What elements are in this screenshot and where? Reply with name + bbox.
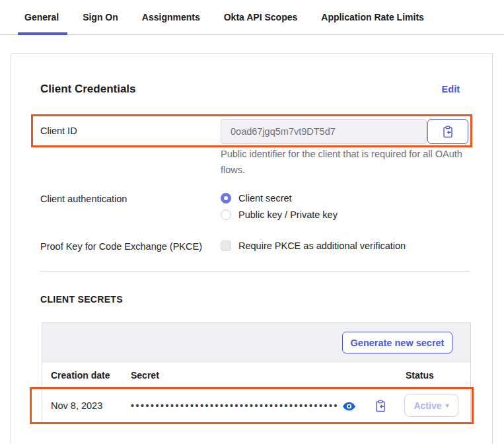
copy-client-id-button[interactable] bbox=[427, 119, 468, 144]
radio-label: Public key / Private key bbox=[238, 209, 338, 220]
generate-new-secret-button[interactable]: Generate new secret bbox=[342, 332, 452, 353]
tab-assignments[interactable]: Assignments bbox=[142, 12, 200, 22]
client-authentication-options: Client secret Public key / Private key bbox=[221, 193, 338, 220]
client-id-input[interactable] bbox=[221, 119, 427, 144]
radio-selected-icon[interactable] bbox=[221, 193, 231, 204]
clipboard-copy-icon bbox=[443, 126, 453, 138]
card-title: Client Credentials bbox=[40, 83, 136, 96]
radio-unselected-icon[interactable] bbox=[221, 209, 231, 220]
secret-status-dropdown[interactable]: Active ▾ bbox=[404, 394, 458, 417]
chevron-down-icon: ▾ bbox=[446, 402, 449, 409]
client-credentials-card: Client Credentials Edit Client ID Public… bbox=[11, 53, 493, 444]
tab-bar: General Sign On Assignments Okta API Sco… bbox=[0, 0, 504, 35]
eye-icon bbox=[343, 402, 357, 411]
tab-general[interactable]: General bbox=[24, 12, 59, 22]
status-label: Active bbox=[414, 400, 441, 411]
client-authentication-label: Client authentication bbox=[40, 194, 127, 204]
table-row: Nov 8, 2023 ••••••••••••••••••••••••••••… bbox=[42, 388, 470, 424]
radio-option-public-private-key: Public key / Private key bbox=[221, 209, 338, 220]
clipboard-copy-icon bbox=[375, 400, 387, 412]
active-tab-indicator bbox=[18, 32, 67, 35]
tab-sign-on[interactable]: Sign On bbox=[83, 12, 118, 22]
tab-application-rate-limits[interactable]: Application Rate Limits bbox=[321, 12, 424, 22]
pkce-option-label: Require PKCE as additional verification bbox=[238, 240, 406, 251]
radio-option-client-secret: Client secret bbox=[221, 193, 338, 204]
edit-link[interactable]: Edit bbox=[442, 84, 460, 94]
client-id-help-text: Public identifier for the client that is… bbox=[221, 146, 480, 178]
column-header-secret: Secret bbox=[131, 363, 159, 388]
okta-app-settings-page: General Sign On Assignments Okta API Sco… bbox=[0, 0, 504, 444]
table-toolbar: Generate new secret bbox=[42, 323, 470, 363]
column-header-status: Status bbox=[406, 363, 434, 388]
tab-list: General Sign On Assignments Okta API Sco… bbox=[24, 0, 424, 34]
secret-creation-date: Nov 8, 2023 bbox=[51, 388, 102, 424]
copy-secret-button[interactable] bbox=[375, 399, 387, 412]
client-secrets-table: Generate new secret Creation date Secret… bbox=[42, 322, 471, 424]
pkce-option: Require PKCE as additional verification bbox=[221, 240, 406, 251]
reveal-secret-button[interactable] bbox=[343, 401, 357, 412]
masked-secret-value: ••••••••••••••••••••••••••••••••••••••••… bbox=[131, 388, 339, 424]
tab-okta-api-scopes[interactable]: Okta API Scopes bbox=[224, 12, 298, 22]
pkce-checkbox[interactable] bbox=[221, 240, 231, 251]
pkce-label: Proof Key for Code Exchange (PKCE) bbox=[40, 241, 202, 252]
table-header-row: Creation date Secret Status bbox=[42, 363, 470, 388]
client-secrets-heading: CLIENT SECRETS bbox=[40, 294, 123, 305]
radio-label: Client secret bbox=[238, 193, 292, 204]
column-header-creation-date: Creation date bbox=[51, 363, 110, 388]
section-divider bbox=[40, 271, 470, 272]
client-id-label: Client ID bbox=[40, 126, 77, 136]
